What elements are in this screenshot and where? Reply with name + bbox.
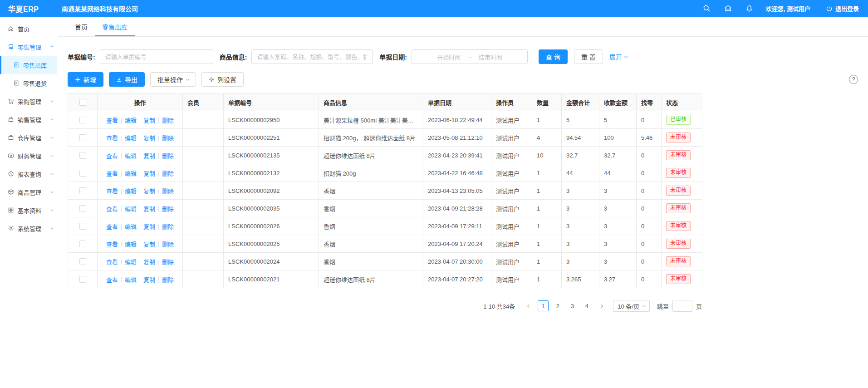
sidebar-item-finance[interactable]: 财务管理 — [0, 147, 57, 165]
view-link[interactable]: 查看 — [106, 206, 118, 212]
delete-link[interactable]: 删除 — [162, 188, 174, 195]
view-link[interactable]: 查看 — [106, 135, 118, 142]
tab-home[interactable]: 首页 — [68, 17, 95, 36]
row-checkbox[interactable] — [79, 241, 86, 247]
date-cell: 2023-04-09 17:29:11 — [423, 217, 491, 235]
edit-link[interactable]: 编辑 — [125, 152, 137, 159]
chevron-down-icon — [50, 172, 54, 175]
edit-link[interactable]: 编辑 — [125, 188, 137, 195]
search-button[interactable]: 查 询 — [539, 49, 568, 64]
member-cell — [183, 182, 224, 200]
view-link[interactable]: 查看 — [106, 117, 118, 124]
row-checkbox[interactable] — [79, 170, 86, 177]
row-checkbox[interactable] — [79, 205, 86, 212]
page-button-1[interactable]: 1 — [538, 300, 549, 311]
bell-icon[interactable] — [745, 5, 753, 12]
date-range-picker[interactable]: 开始时间 ~ 结束时间 — [412, 49, 528, 64]
next-page-button[interactable] — [596, 300, 607, 311]
edit-link[interactable]: 编辑 — [125, 135, 137, 142]
page-button-3[interactable]: 3 — [567, 300, 578, 311]
row-checkbox[interactable] — [79, 187, 86, 194]
goods-info-input[interactable] — [251, 49, 373, 64]
sidebar-item-goods[interactable]: 商品管理 — [0, 183, 57, 201]
edit-link[interactable]: 编辑 — [125, 206, 137, 212]
edit-link[interactable]: 编辑 — [125, 276, 137, 283]
row-checkbox[interactable] — [79, 258, 86, 265]
copy-link[interactable]: 复制 — [143, 241, 155, 248]
view-link[interactable]: 查看 — [106, 188, 118, 195]
jump-page-input[interactable] — [672, 300, 692, 312]
reset-button[interactable]: 重 置 — [574, 49, 603, 64]
copy-link[interactable]: 复制 — [143, 188, 155, 195]
view-link[interactable]: 查看 — [106, 259, 118, 265]
copy-link[interactable]: 复制 — [143, 135, 155, 142]
sidebar-item-retail[interactable]: 零售管理 — [0, 38, 57, 56]
sidebar-item-sales[interactable]: 销售管理 — [0, 110, 57, 128]
delete-link[interactable]: 删除 — [162, 223, 174, 230]
delete-link[interactable]: 删除 — [162, 135, 174, 142]
view-link[interactable]: 查看 — [106, 276, 118, 283]
sidebar-item-report[interactable]: 报表查询 — [0, 165, 57, 183]
add-button[interactable]: 新增 — [68, 72, 103, 87]
copy-link[interactable]: 复制 — [143, 259, 155, 265]
sidebar-item-purchase[interactable]: 采购管理 — [0, 92, 57, 110]
platform-icon[interactable] — [724, 5, 732, 12]
delete-link[interactable]: 删除 — [162, 259, 174, 265]
row-checkbox[interactable] — [79, 152, 86, 159]
delete-link[interactable]: 删除 — [162, 276, 174, 283]
operator-cell: 测试用户 — [491, 147, 532, 164]
sidebar-item-retail-outbound[interactable]: 零售出库 — [0, 56, 57, 74]
date-start-placeholder: 开始时间 — [437, 53, 461, 61]
search-icon[interactable] — [703, 5, 711, 12]
delete-link[interactable]: 删除 — [162, 206, 174, 212]
goods-cell: 香烟 — [319, 217, 423, 235]
sidebar-item-label: 系统管理 — [18, 224, 41, 233]
sidebar-item-basic-data[interactable]: 基本资料 — [0, 201, 57, 219]
export-button[interactable]: 导出 — [109, 72, 145, 87]
copy-link[interactable]: 复制 — [143, 117, 155, 124]
copy-link[interactable]: 复制 — [143, 206, 155, 212]
copy-link[interactable]: 复制 — [143, 223, 155, 230]
page-button-4[interactable]: 4 — [581, 300, 592, 311]
column-settings-button[interactable]: 列设置 — [201, 72, 244, 87]
edit-link[interactable]: 编辑 — [125, 259, 137, 265]
view-link[interactable]: 查看 — [106, 170, 118, 177]
edit-link[interactable]: 编辑 — [125, 170, 137, 177]
view-link[interactable]: 查看 — [106, 223, 118, 230]
row-checkbox[interactable] — [79, 117, 86, 123]
sidebar-item-retail-return[interactable]: 零售退货 — [0, 74, 57, 92]
received-cell: 100 — [599, 129, 637, 147]
sidebar-item-warehouse[interactable]: 仓库管理 — [0, 128, 57, 147]
operator-cell: 测试用户 — [491, 270, 532, 288]
delete-link[interactable]: 删除 — [162, 117, 174, 124]
copy-link[interactable]: 复制 — [143, 170, 155, 177]
sidebar-item-home[interactable]: 首页 — [0, 20, 57, 38]
bill-no-cell: LSCK00000002132 — [224, 164, 319, 182]
select-all-checkbox[interactable] — [79, 99, 86, 106]
view-link[interactable]: 查看 — [106, 152, 118, 159]
prev-page-button[interactable] — [523, 300, 534, 311]
batch-operation-button[interactable]: 批量操作 — [150, 72, 196, 87]
help-button[interactable]: ? — [849, 75, 858, 84]
table-row: 查看编辑复制删除 LSCK00000002021 超迷你维达面纸 8片 2023… — [68, 270, 702, 288]
row-checkbox[interactable] — [79, 223, 86, 230]
view-link[interactable]: 查看 — [106, 241, 118, 248]
expand-link[interactable]: 展开 — [609, 52, 627, 61]
row-checkbox[interactable] — [79, 276, 86, 283]
delete-link[interactable]: 删除 — [162, 152, 174, 159]
edit-link[interactable]: 编辑 — [125, 241, 137, 248]
copy-link[interactable]: 复制 — [143, 152, 155, 159]
delete-link[interactable]: 删除 — [162, 241, 174, 248]
sidebar-item-system[interactable]: 系统管理 — [0, 219, 57, 237]
copy-link[interactable]: 复制 — [143, 276, 155, 283]
row-checkbox[interactable] — [79, 134, 86, 141]
edit-link[interactable]: 编辑 — [125, 117, 137, 124]
delete-link[interactable]: 删除 — [162, 170, 174, 177]
logout-button[interactable]: 退出登录 — [826, 4, 859, 13]
bill-no-input[interactable] — [100, 49, 213, 64]
page-size-select[interactable]: 10 条/页 — [613, 300, 650, 312]
page-button-2[interactable]: 2 — [552, 300, 563, 311]
qty-cell: 4 — [532, 129, 562, 147]
tab-retail-outbound[interactable]: 零售出库 — [95, 17, 135, 36]
edit-link[interactable]: 编辑 — [125, 223, 137, 230]
